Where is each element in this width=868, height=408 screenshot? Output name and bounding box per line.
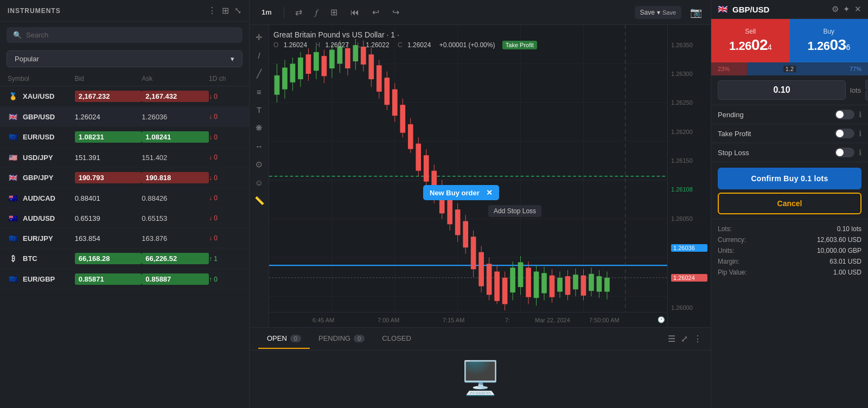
instrument-symbol: AUD/USD — [23, 214, 55, 222]
bottom-panel: OPEN 0 PENDING 0 CLOSED ☰ ⤢ ⋮ 🖥️ — [250, 327, 711, 408]
instrument-name: 🇦🇺 AUD/CAD — [8, 193, 75, 203]
instrument-bid: 66,168.28 — [75, 253, 142, 264]
instrument-row[interactable]: 🇬🇧 GBP/USD 1.26024 1.26036 ↓ 0 — [0, 107, 249, 127]
search-input[interactable] — [26, 31, 236, 39]
take-profit-info-icon[interactable]: ℹ — [859, 129, 861, 138]
instrument-ask: 2,167.432 — [142, 91, 209, 102]
bottom-tabs: OPEN 0 PENDING 0 CLOSED ☰ ⤢ ⋮ — [250, 328, 711, 350]
clock-icon[interactable]: 🕐 — [658, 316, 665, 323]
units-value: 10,000.00 GBP — [817, 247, 861, 254]
settings-icon[interactable]: ⚙ — [832, 4, 839, 14]
instrument-row[interactable]: 🇬🇧 GBP/JPY 190.793 190.818 ↓ 0 — [0, 168, 249, 188]
close-popup-icon[interactable]: ✕ — [486, 188, 493, 197]
close-icon[interactable]: ✕ — [854, 4, 861, 14]
templates-icon[interactable]: ⊞ — [328, 5, 340, 20]
multi-line-icon[interactable]: ≡ — [251, 84, 267, 100]
undo-icon[interactable]: ↩ — [370, 5, 381, 20]
lots-detail-value: 0.10 lots — [837, 225, 861, 233]
filter-select[interactable]: Popular ▾ — [7, 50, 242, 67]
price-7: 1.26000 — [671, 304, 707, 311]
sell-price: 1.26024 — [729, 36, 771, 54]
compare-icon[interactable]: ⇄ — [293, 5, 304, 20]
timeframe-1m[interactable]: 1m — [258, 7, 275, 18]
spread-center: 1.2 — [783, 66, 796, 72]
sell-label: Sell — [745, 28, 756, 35]
instrument-row[interactable]: 🇪🇺 EUR/USD 1.08231 1.08241 ↓ 0 — [0, 127, 249, 148]
tab-pending[interactable]: PENDING 0 — [310, 329, 373, 349]
star-icon[interactable]: ✦ — [843, 4, 850, 14]
collapse-icon[interactable]: ⤡ — [234, 5, 241, 16]
camera-icon[interactable]: 📷 — [690, 7, 702, 18]
pattern-icon[interactable]: ❋ — [251, 120, 267, 136]
detail-currency: Currency: 12,603.60 USD — [718, 234, 861, 245]
svg-rect-51 — [408, 124, 413, 149]
measure-icon[interactable]: ↔ — [251, 138, 267, 154]
tab-pending-label: PENDING — [318, 334, 350, 342]
add-stop-loss-label[interactable]: Add Stop Loss — [488, 205, 541, 217]
tp-badge: Take Profit — [502, 41, 537, 49]
shapes-icon[interactable]: ⊙ — [251, 156, 267, 173]
dots-icon[interactable]: ⋮ — [208, 5, 216, 16]
save-button[interactable]: Save ▾ Save — [635, 6, 681, 19]
tab-closed[interactable]: CLOSED — [373, 329, 419, 349]
svg-rect-77 — [510, 267, 515, 292]
ruler-icon[interactable]: 📏 — [251, 193, 267, 209]
text-icon[interactable]: T — [251, 102, 267, 118]
header-icons: ⋮ ⊞ ⤡ — [208, 5, 241, 16]
more-icon[interactable]: ⋮ — [693, 334, 702, 344]
instrument-row[interactable]: ₿ BTC 66,168.28 66,226.52 ↑ 1 — [0, 248, 249, 269]
instrument-name: 🥇 XAU/USD — [8, 91, 75, 102]
tab-open[interactable]: OPEN 0 — [258, 329, 310, 349]
lots-stepper: + − — [865, 80, 868, 100]
pending-toggle-row: Pending ℹ — [711, 105, 868, 124]
instrument-ask: 1.08241 — [142, 131, 209, 143]
take-profit-toggle-switch[interactable] — [835, 129, 854, 138]
pending-toggle-switch[interactable] — [835, 110, 854, 119]
confirm-buy-button[interactable]: Confirm Buy 0.1 lots — [718, 168, 861, 189]
instrument-row[interactable]: 🇪🇺 EUR/GBP 0.85871 0.85887 ↑ 0 — [0, 269, 249, 290]
crosshair-icon[interactable]: ✛ — [251, 29, 267, 46]
emoji-icon[interactable]: ☺ — [251, 175, 267, 190]
instrument-list: 🥇 XAU/USD 2,167.232 2,167.432 ↓ 0 🇬🇧 GBP… — [0, 86, 249, 408]
expand-icon[interactable]: ⤢ — [681, 334, 688, 344]
rewind-icon[interactable]: ⏮ — [348, 5, 361, 20]
buy-button[interactable]: Buy 1.26036 — [790, 19, 869, 62]
spread-pct-right: 77% — [850, 66, 861, 72]
line-icon[interactable]: ╱ — [251, 66, 267, 82]
instrument-row[interactable]: 🥇 XAU/USD 2,167.232 2,167.432 ↓ 0 — [0, 86, 249, 107]
redo-icon[interactable]: ↪ — [390, 5, 401, 20]
chart-svg — [269, 25, 667, 327]
instrument-flag: 🇦🇺 — [8, 213, 18, 224]
instrument-row[interactable]: 🇦🇺 AUD/USD 0.65139 0.65153 ↓ 0 — [0, 208, 249, 228]
lots-minus[interactable]: − — [865, 91, 868, 100]
instrument-flag: 🇬🇧 — [8, 173, 18, 183]
high-label: H — [315, 41, 320, 49]
cancel-button[interactable]: Cancel — [718, 193, 861, 214]
chart-canvas[interactable]: ✛ / ╱ ≡ T ❋ ↔ ⊙ ☺ 📏 Great Britain Pound … — [250, 25, 711, 327]
list-icon[interactable]: ☰ — [668, 334, 675, 344]
lots-input[interactable] — [718, 80, 846, 100]
svg-rect-69 — [478, 252, 484, 286]
sell-button[interactable]: Sell 1.26024 — [711, 19, 790, 62]
save-dropdown-icon: ▾ — [657, 9, 660, 16]
price-tp: 1.26108 — [671, 186, 707, 193]
sell-price-super: 4 — [768, 43, 771, 52]
low-value: 1.26022 — [366, 41, 389, 49]
detail-lots: Lots: 0.10 lots — [718, 224, 861, 234]
pen-icon[interactable]: / — [251, 48, 267, 63]
instrument-change: ↓ 0 — [209, 113, 241, 120]
indicators-icon[interactable]: 𝑓 — [313, 5, 320, 20]
instrument-change: ↓ 0 — [209, 174, 241, 182]
lots-plus[interactable]: + — [865, 80, 868, 90]
new-buy-order-popup[interactable]: New Buy order ✕ — [423, 185, 499, 200]
instrument-row[interactable]: 🇺🇸 USD/JPY 151.391 151.402 ↓ 0 — [0, 148, 249, 168]
stop-loss-toggle-switch[interactable] — [835, 148, 854, 157]
stop-loss-info-icon[interactable]: ℹ — [859, 148, 861, 157]
instrument-ask: 1.26036 — [142, 113, 209, 121]
instrument-row[interactable]: 🇦🇺 AUD/CAD 0.88401 0.88426 ↓ 0 — [0, 188, 249, 208]
col-bid: Bid — [75, 75, 142, 82]
instrument-row[interactable]: 🇪🇺 EUR/JPY 163.854 163.876 ↓ 0 — [0, 228, 249, 248]
svg-rect-93 — [573, 275, 578, 289]
grid-icon[interactable]: ⊞ — [222, 5, 229, 16]
pending-info-icon[interactable]: ℹ — [859, 110, 861, 119]
